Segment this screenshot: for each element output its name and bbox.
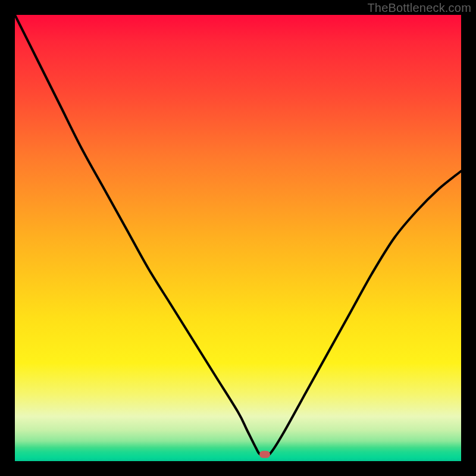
plot-area xyxy=(15,15,461,461)
min-marker xyxy=(259,451,270,458)
bottleneck-curve xyxy=(15,15,461,456)
chart-frame: TheBottleneck.com xyxy=(0,0,476,476)
curve-layer xyxy=(15,15,461,461)
watermark-text: TheBottleneck.com xyxy=(367,1,471,15)
